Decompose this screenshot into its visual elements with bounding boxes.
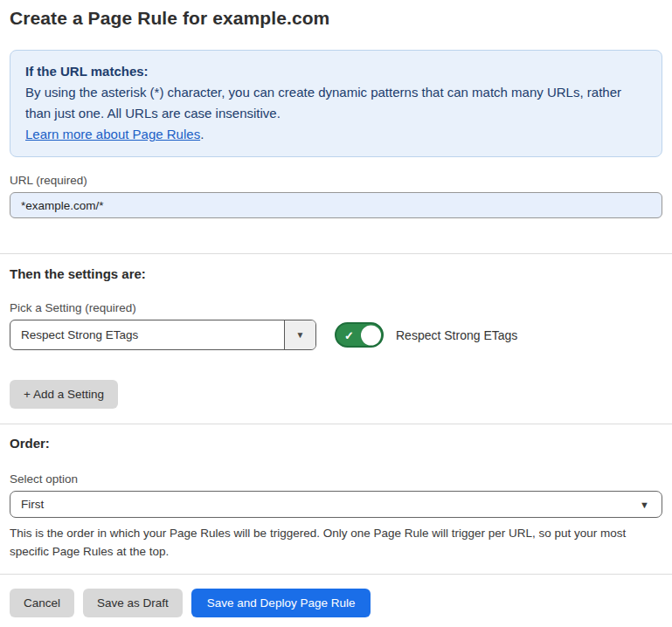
add-setting-button[interactable]: + Add a Setting [10,380,118,409]
section-divider [0,253,672,254]
setting-row: Respect Strong ETags ▼ ✓ Respect Strong … [10,320,662,350]
toggle-knob [361,325,381,345]
info-box-link-line: Learn more about Page Rules. [25,124,647,145]
order-dropdown[interactable]: First ▼ [10,491,662,518]
order-help-text: This is the order in which your Page Rul… [10,524,661,561]
chevron-down-icon[interactable]: ▼ [284,320,315,349]
link-suffix: . [200,127,204,141]
footer-actions: Cancel Save as Draft Save and Deploy Pag… [10,589,662,617]
footer-divider [0,574,672,575]
cancel-button[interactable]: Cancel [10,589,74,617]
setting-dropdown-value: Respect Strong ETags [10,320,284,349]
setting-toggle[interactable]: ✓ [335,322,384,348]
page-title: Create a Page Rule for example.com [10,8,662,29]
setting-dropdown[interactable]: Respect Strong ETags ▼ [10,320,316,350]
order-section-heading: Order: [10,436,662,451]
section-divider [0,424,672,424]
url-field-label: URL (required) [10,174,662,187]
save-deploy-button[interactable]: Save and Deploy Page Rule [191,589,371,617]
checkmark-icon: ✓ [344,329,354,341]
info-box-heading: If the URL matches: [25,61,647,82]
info-box-body-text: By using the asterisk (*) character, you… [25,85,621,121]
url-input[interactable] [10,192,662,218]
pick-setting-label: Pick a Setting (required) [10,301,662,314]
create-page-rule-panel: Create a Page Rule for example.com If th… [0,0,672,627]
chevron-down-icon: ▼ [640,500,649,510]
setting-toggle-label: Respect Strong ETags [396,328,517,342]
settings-section-heading: Then the settings are: [10,266,662,281]
order-dropdown-value: First [21,498,44,511]
save-draft-button[interactable]: Save as Draft [83,589,183,617]
learn-more-link[interactable]: Learn more about Page Rules [25,127,200,141]
info-box-body: By using the asterisk (*) character, you… [25,82,647,124]
order-select-label: Select option [10,472,662,486]
url-match-info-box: If the URL matches: By using the asteris… [10,50,662,157]
